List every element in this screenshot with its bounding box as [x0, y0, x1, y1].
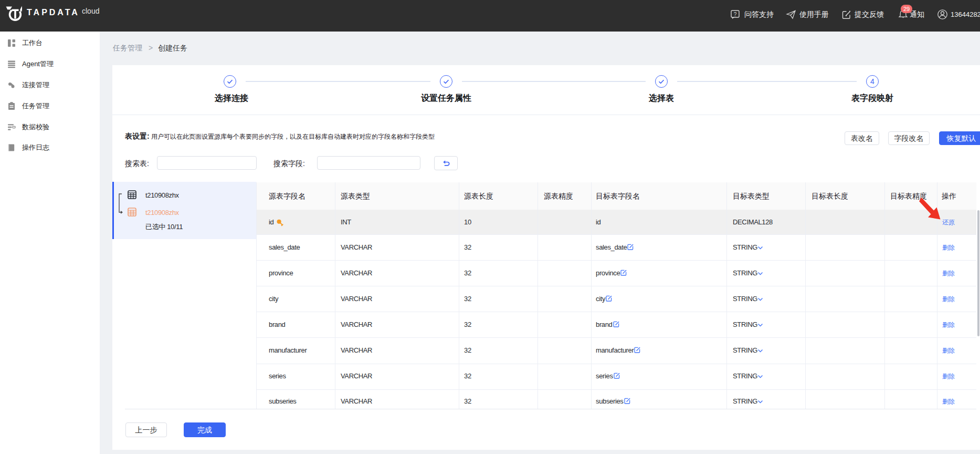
svg-text:?: ?	[734, 12, 737, 17]
